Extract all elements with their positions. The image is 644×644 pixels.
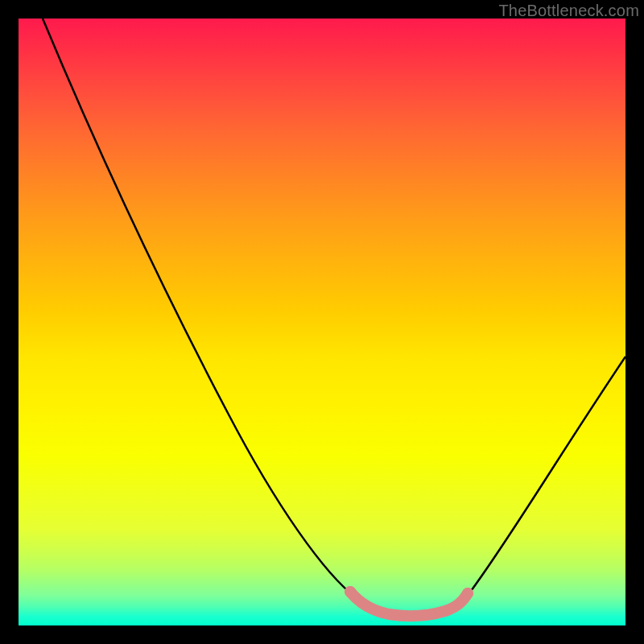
watermark-text: TheBottleneck.com: [498, 2, 639, 20]
bottleneck-curve: [19, 19, 625, 625]
chart-frame: TheBottleneck.com: [0, 0, 644, 644]
optimal-zone-path: [350, 592, 468, 616]
plot-area: [19, 19, 625, 625]
marker-dot-left: [345, 586, 356, 597]
marker-dot-right: [462, 588, 473, 599]
curve-path: [43, 19, 625, 613]
